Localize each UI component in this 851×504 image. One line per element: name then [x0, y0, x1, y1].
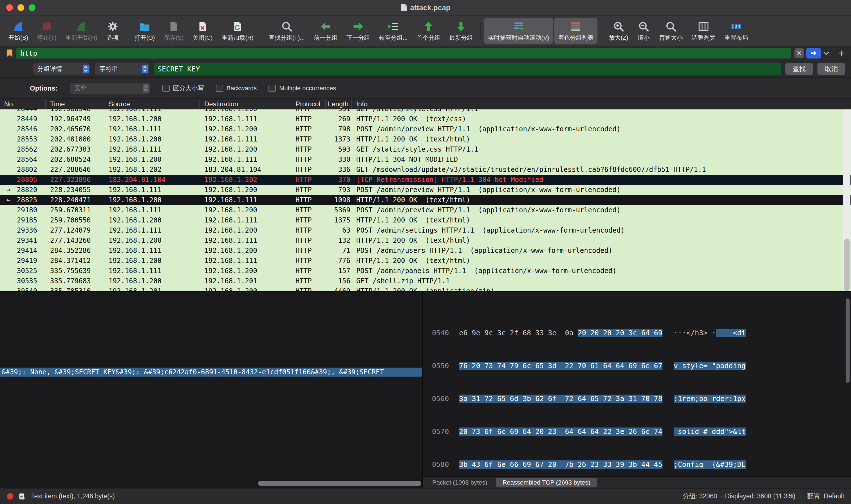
packet-row[interactable]: 29341 277.143260 192.168.1.200 192.168.1…	[0, 235, 851, 246]
column-header-time[interactable]: Time	[46, 99, 104, 109]
packet-protocol: HTTP	[291, 164, 325, 175]
packet-row[interactable]: 29185 259.700550 192.168.1.200 192.168.1…	[0, 215, 851, 225]
filter-clear-button[interactable]: ✕	[794, 48, 804, 58]
toolbar-prev-packet-button[interactable]: 前一分组	[310, 18, 341, 44]
toolbar-find-packet-button[interactable]: 查找分组(F)...	[265, 18, 309, 44]
packet-detail-pane[interactable]: &#39;: None, &#39;SECRET_KEY&#39;: &#39;…	[0, 292, 422, 488]
packet-source: 192.168.1.200	[104, 235, 200, 246]
bytes-view-tab[interactable]: Reassembled TCP (2693 bytes)	[496, 478, 597, 487]
toolbar-first-packet-button[interactable]: 首个分组	[412, 18, 444, 44]
backwards-checkbox[interactable]: Backwards	[216, 85, 257, 92]
packet-row[interactable]: 30535 335.779683 192.168.1.200 192.168.1…	[0, 276, 851, 286]
case-sensitive-checkbox[interactable]: 区分大小写	[162, 84, 204, 92]
svg-text:2: 2	[735, 24, 737, 29]
packet-number: 29414	[17, 246, 37, 256]
stop-square-icon	[40, 20, 53, 33]
toolbar-close-button[interactable]: 关闭(C)	[189, 18, 216, 44]
find-button[interactable]: 查找	[785, 63, 813, 75]
packet-protocol: HTTP	[291, 256, 325, 266]
packet-source: 192.168.1.200	[104, 134, 200, 144]
packet-number: 28546	[17, 124, 37, 134]
packet-protocol: HTTP	[291, 195, 325, 205]
column-header-destination[interactable]: Destination	[200, 99, 291, 109]
column-header-protocol[interactable]: Protocol	[291, 99, 325, 109]
multiple-occurrences-checkbox[interactable]: Multiple occurrences	[268, 85, 336, 92]
packet-list-vscrollbar[interactable]	[843, 109, 850, 291]
packet-row[interactable]: 28564 202.680524 192.168.1.200 192.168.1…	[0, 155, 851, 164]
hex-row[interactable]: 05803b 43 6f 6e 66 69 67 20 7b 26 23 33 …	[432, 461, 843, 469]
hex-row[interactable]: 055076 20 73 74 79 6c 65 3d 22 70 61 64 …	[432, 362, 843, 370]
display-filter-input[interactable]: http	[16, 48, 791, 58]
hex-vscrollbar[interactable]	[846, 299, 850, 383]
packet-row[interactable]: →28820 228.234055 192.168.1.111 192.168.…	[0, 185, 851, 195]
toolbar-zoom-in-button[interactable]: 放大(Z)	[605, 18, 632, 44]
toolbar-resize-columns-button[interactable]: 调整列宽	[688, 18, 719, 44]
packet-row[interactable]: ←28825 228.240471 192.168.1.200 192.168.…	[0, 195, 851, 205]
toolbar-restart-button[interactable]: 重新开始(R)	[61, 18, 101, 44]
search-scope-select[interactable]: 分组详情	[33, 63, 91, 75]
packet-protocol: HTTP	[291, 276, 325, 286]
toolbar-last-packet-button[interactable]: 最新分组	[445, 18, 477, 44]
ascii-text-highlighted: ;Config {&#39;DE	[674, 461, 746, 469]
column-header-source[interactable]: Source	[104, 99, 200, 109]
toolbar-zoom-out-button[interactable]: 缩小	[633, 18, 654, 44]
column-header-no[interactable]: No.	[0, 99, 46, 109]
detail-selected-line[interactable]: &#39;: None, &#39;SECRET_KEY&#39;: &#39;…	[0, 367, 422, 377]
bytes-view-tab[interactable]: Packet (1098 bytes)	[425, 478, 494, 487]
packet-time: 335.779683	[46, 276, 104, 286]
packet-row[interactable]: 28546 202.465670 192.168.1.111 192.168.1…	[0, 124, 851, 134]
status-separator: ·	[720, 492, 722, 500]
hex-row[interactable]: 057020 73 6f 6c 69 64 20 23 64 64 64 22 …	[432, 428, 843, 436]
filter-bookmark-icon[interactable]	[5, 48, 14, 58]
packet-row[interactable]: 30525 335.755639 192.168.1.111 192.168.1…	[0, 266, 851, 276]
packet-row[interactable]: 28805 227.323896 183.204.81.104 192.168.…	[0, 175, 851, 185]
toolbar-start-button[interactable]: 开始(S)	[4, 18, 32, 44]
packet-row[interactable]: 28449 192.964749 192.168.1.200 192.168.1…	[0, 114, 851, 124]
toolbar-options-button[interactable]: 选项	[103, 18, 123, 44]
status-selected-text: Text item (text), 1,246 byte(s)	[31, 492, 115, 500]
packet-number: 28553	[17, 134, 37, 144]
filter-dropdown-chevron[interactable]	[823, 51, 829, 55]
packet-row[interactable]: 28444 192.960948 192.168.1.111 192.168.1…	[0, 109, 851, 114]
related-packet-icon	[0, 114, 17, 124]
packet-row[interactable]: 28562 202.677383 192.168.1.111 192.168.1…	[0, 144, 851, 155]
packet-row[interactable]: 28553 202.481880 192.168.1.200 192.168.1…	[0, 134, 851, 144]
toolbar-next-packet-button[interactable]: 下一分组	[342, 18, 374, 44]
toolbar-save-button[interactable]: 保存(S)	[160, 18, 188, 44]
toolbar-zoom-reset-button[interactable]: 普通大小	[655, 18, 687, 44]
toolbar-reset-layout-button[interactable]: 123 重置布局	[721, 18, 752, 44]
hex-row[interactable]: 05603a 31 72 65 6d 3b 62 6f 72 64 65 72 …	[432, 395, 843, 403]
packet-row[interactable]: 30540 335.785310 192.168.1.201 192.168.1…	[0, 286, 851, 291]
detail-hscrollbar[interactable]	[258, 481, 421, 486]
related-packet-icon	[0, 266, 17, 276]
toolbar-stop-button[interactable]: 停止(T)	[33, 18, 60, 44]
packet-row[interactable]: 28802 227.288646 192.168.1.202 183.204.8…	[0, 164, 851, 175]
status-profile[interactable]: 配置: Default	[807, 492, 844, 501]
encoding-select[interactable]: 宽窄	[70, 83, 150, 94]
hex-dump[interactable]: 0540e6 9e 9c 3c 2f 68 33 3e 0a 20 20 20 …	[432, 296, 843, 475]
scrollbar-thumb[interactable]	[844, 238, 850, 291]
toolbar-goto-packet-button[interactable]: 转至分组...	[375, 18, 412, 44]
toolbar-open-button[interactable]: 打开(O)	[130, 18, 159, 44]
packet-row[interactable]: 29414 284.352286 192.168.1.111 192.168.1…	[0, 246, 851, 256]
packet-row[interactable]: 29180 259.670311 192.168.1.111 192.168.1…	[0, 205, 851, 215]
filter-apply-button[interactable]	[806, 48, 821, 58]
toolbar-colorize-toggle[interactable]: 着色分组列表	[554, 18, 598, 44]
toolbar-autoscroll-toggle[interactable]: 实时捕获时自动滚动(V)	[484, 18, 553, 44]
packet-info: POST /admin/preview HTTP/1.1 (applicatio…	[352, 185, 851, 195]
packet-number: 29341	[17, 235, 37, 246]
hex-row[interactable]: 0540e6 9e 9c 3c 2f 68 33 3e 0a 20 20 20 …	[432, 329, 843, 337]
find-input[interactable]: SECRET_KEY	[154, 63, 781, 75]
expert-info-icon[interactable]	[7, 493, 14, 500]
search-type-select[interactable]: 字符串	[94, 63, 150, 75]
column-header-length[interactable]: Length	[325, 99, 352, 109]
packet-row[interactable]: 29336 277.124879 192.168.1.111 192.168.1…	[0, 225, 851, 235]
filter-add-button[interactable]: +	[837, 48, 846, 58]
column-header-info[interactable]: Info	[352, 99, 851, 109]
toolbar-reload-button[interactable]: 重新加载(R)	[217, 18, 257, 44]
packet-destination: 192.168.1.111	[200, 256, 291, 266]
packet-source: 192.168.1.200	[104, 114, 200, 124]
capture-comment-icon[interactable]	[18, 492, 26, 500]
packet-row[interactable]: 29419 284.371412 192.168.1.200 192.168.1…	[0, 256, 851, 266]
cancel-button[interactable]: 取消	[817, 63, 845, 75]
